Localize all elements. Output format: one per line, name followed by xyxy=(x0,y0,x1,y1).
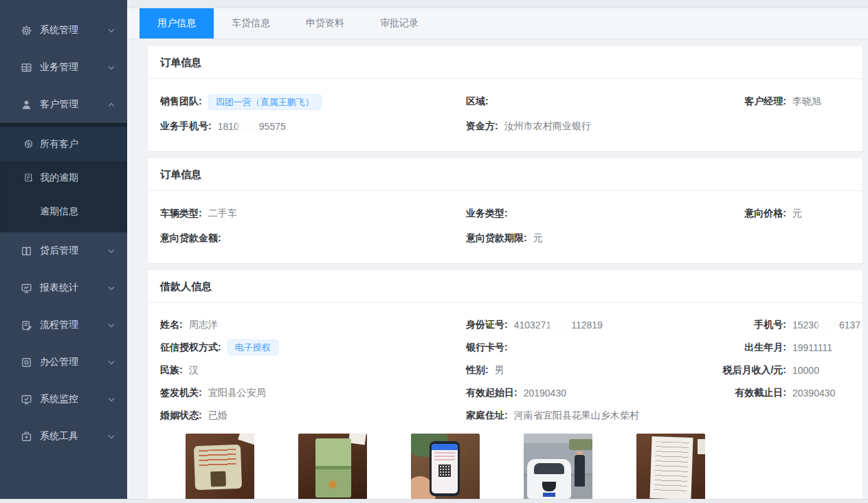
sidebar-item-system-tools[interactable]: 系统工具 xyxy=(0,418,127,455)
field-row: 业务手机号: 181095575 资金方: 汝州市农村商业银行 xyxy=(160,114,850,139)
divider xyxy=(148,78,863,79)
field-row: 销售团队: 四团一营（直属王鹏飞） 区域: 客户经理: 李晓旭 xyxy=(160,89,850,114)
license-booklet-photo[interactable]: 驾驶证照片 xyxy=(298,434,367,503)
field-label: 业务类型: xyxy=(466,208,508,220)
field-row: 征信授权方式: 电子授权 银行卡号: 出生年月: 19911111 xyxy=(160,336,850,359)
sidebar-item-my-overdue[interactable]: 我的逾期 xyxy=(0,161,127,194)
sidebar-item-system-management[interactable]: 系统管理 xyxy=(0,12,127,49)
field-label: 征信授权方式: xyxy=(160,342,221,354)
sidebar-item-label: 系统工具 xyxy=(40,430,78,443)
borrower-info-card: 借款人信息 姓名: 周志洋 身份证号: 4103271112819 手机号: 1… xyxy=(148,270,863,503)
field-label: 银行卡号: xyxy=(466,342,508,354)
card-title: 借款人信息 xyxy=(160,280,850,293)
field-row: 民族: 汉 性别: 男 税后月收入/元: 10000 xyxy=(160,359,850,381)
sidebar-item-system-monitor[interactable]: 系统监控 xyxy=(0,381,127,418)
field-value: 元 xyxy=(533,232,543,245)
sidebar-item-customer-management[interactable]: 客户管理 xyxy=(0,86,127,123)
field-home-address: 家庭住址: 河南省宜阳县花果山乡木柴村 xyxy=(466,410,713,422)
divider xyxy=(148,190,863,191)
field-label: 姓名: xyxy=(160,319,183,331)
detail-tabbar: 用户信息 车贷信息 申贷资料 审批记录 xyxy=(127,8,868,39)
sidebar-item-label: 报表统计 xyxy=(40,282,78,294)
field-value: 20190430 xyxy=(524,388,566,399)
clipboard-icon xyxy=(20,319,32,331)
tab-user-info[interactable]: 用户信息 xyxy=(140,8,214,38)
chevron-down-icon xyxy=(108,323,115,328)
redaction-patch xyxy=(552,320,570,330)
tab-loan-application-materials[interactable]: 申贷资料 xyxy=(288,8,362,38)
field-valid-to: 有效截止日: 20390430 xyxy=(713,387,850,399)
chevron-down-icon xyxy=(108,434,115,439)
monitor-icon xyxy=(20,282,32,294)
sidebar-item-label: 客户管理 xyxy=(40,98,78,111)
field-label: 意向贷款金额: xyxy=(160,232,221,245)
field-value: 10000 xyxy=(792,365,819,376)
book-icon xyxy=(20,245,32,257)
tab-car-loan-info[interactable]: 车贷信息 xyxy=(214,8,288,38)
license-booklet-photo-thumb[interactable] xyxy=(298,434,367,502)
sidebar-item-label: 系统监控 xyxy=(40,393,78,405)
field-vehicle-type: 车辆类型: 二手车 xyxy=(160,208,466,220)
tab-approval-records[interactable]: 审批记录 xyxy=(362,8,436,38)
field-value: 汉 xyxy=(189,364,199,377)
grid-icon xyxy=(20,61,32,74)
sidebar-item-label: 逾期信息 xyxy=(40,205,78,218)
field-value: 元 xyxy=(792,208,802,220)
sidebar-item-all-customers[interactable]: 所有客户 xyxy=(0,127,127,161)
field-birth-date: 出生年月: 19911111 xyxy=(713,342,850,354)
person-with-car-photo-thumb[interactable] xyxy=(524,434,592,502)
sidebar-item-label: 流程管理 xyxy=(40,319,78,331)
credit-auth-tag[interactable]: 电子授权 xyxy=(227,339,278,355)
field-label: 车辆类型: xyxy=(160,208,202,220)
sidebar-item-process-management[interactable]: 流程管理 xyxy=(0,306,127,344)
divider xyxy=(148,302,863,303)
field-label: 性别: xyxy=(466,364,489,377)
sidebar-item-report-statistics[interactable]: 报表统计 xyxy=(0,269,127,306)
id-card-photo[interactable]: 身份证 xyxy=(186,434,254,503)
chevron-down-icon xyxy=(108,65,115,70)
sidebar-item-overdue-info[interactable]: 逾期信息 xyxy=(0,194,127,228)
field-label: 出生年月: xyxy=(713,342,786,354)
field-label: 客户经理: xyxy=(713,96,786,108)
field-business-phone: 业务手机号: 181095575 xyxy=(160,120,466,133)
field-row: 车辆类型: 二手车 业务类型: 意向价格: 元 xyxy=(160,201,850,226)
sidebar-item-postloan-management[interactable]: 贷后管理 xyxy=(0,232,127,269)
field-value: 19911111 xyxy=(792,342,832,353)
document-photo-thumb[interactable] xyxy=(636,434,705,502)
field-sales-team: 销售团队: 四团一营（直属王鹏飞） xyxy=(160,94,466,110)
redaction-patch xyxy=(820,320,838,330)
field-label: 手机号: xyxy=(713,319,786,331)
sidebar-item-label: 贷后管理 xyxy=(40,245,78,257)
sidebar-item-office-management[interactable]: 办公管理 xyxy=(0,344,127,381)
field-value: 20390430 xyxy=(792,388,835,399)
field-label: 业务手机号: xyxy=(160,120,212,133)
credit-auth-qr-photo[interactable]: 征信授权 xyxy=(411,434,480,503)
wheel-icon xyxy=(23,139,34,150)
field-label: 婚姻状态: xyxy=(160,410,202,422)
document-photo[interactable]: 其他材料 xyxy=(636,434,705,503)
field-label: 民族: xyxy=(160,364,183,377)
field-row: 姓名: 周志洋 身份证号: 4103271112819 手机号: 1523061… xyxy=(160,313,850,336)
chevron-down-icon xyxy=(108,286,115,291)
field-label: 签发机关: xyxy=(160,387,202,399)
field-label: 家庭住址: xyxy=(466,410,508,422)
field-label: 意向贷款期限: xyxy=(466,232,527,245)
sidebar-item-business-management[interactable]: 业务管理 xyxy=(0,49,127,86)
sidebar-item-label: 所有客户 xyxy=(40,138,78,150)
field-gender: 性别: 男 xyxy=(466,364,713,377)
field-value: 李晓旭 xyxy=(792,96,821,108)
field-value: 周志洋 xyxy=(189,319,218,331)
field-intent-price: 意向价格: 元 xyxy=(713,208,850,220)
detail-scroll-area[interactable]: 订单信息 销售团队: 四团一营（直属王鹏飞） 区域: 客户经理: 李晓旭 业 xyxy=(127,40,868,503)
field-monthly-income: 税后月收入/元: 10000 xyxy=(713,364,850,377)
person-with-car-photo[interactable]: 人车合影 xyxy=(524,434,592,503)
credit-auth-qr-photo-thumb[interactable] xyxy=(411,434,480,502)
id-card-photo-thumb[interactable] xyxy=(186,434,254,502)
sidebar-item-label: 系统管理 xyxy=(40,24,78,36)
sales-team-tag[interactable]: 四团一营（直属王鹏飞） xyxy=(208,94,322,110)
field-value: 男 xyxy=(495,364,504,377)
sidebar-submenu-customer: 所有客户 我的逾期 逾期信息 xyxy=(0,123,127,232)
field-row: 婚姻状态: 已婚 家庭住址: 河南省宜阳县花果山乡木柴村 xyxy=(160,404,850,427)
order-info-card-2: 订单信息 车辆类型: 二手车 业务类型: 意向价格: 元 意向贷款金额: xyxy=(148,158,863,263)
field-label: 有效截止日: xyxy=(713,387,786,399)
